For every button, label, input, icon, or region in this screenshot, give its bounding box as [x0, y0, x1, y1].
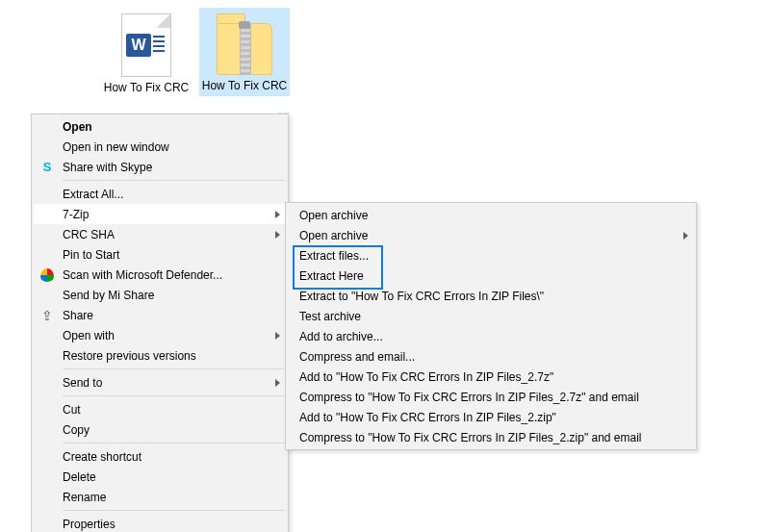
sub-add-7z[interactable]: Add to "How To Fix CRC Errors In ZIP Fil…	[288, 367, 694, 387]
menu-delete[interactable]: Delete	[34, 467, 286, 487]
sub-extract-here[interactable]: Extract Here	[288, 266, 694, 286]
menu-cut[interactable]: Cut	[34, 399, 286, 419]
context-menu: Open Open in new window S Share with Sky…	[31, 114, 289, 532]
zip-folder-icon	[217, 13, 272, 75]
file-docx[interactable]: W How To Fix CRC	[101, 8, 192, 98]
sub-extract-to[interactable]: Extract to "How To Fix CRC Errors In ZIP…	[288, 286, 694, 306]
sub-compress-7z-email[interactable]: Compress to "How To Fix CRC Errors In ZI…	[288, 387, 694, 407]
sub-compress-zip-email[interactable]: Compress to "How To Fix CRC Errors In ZI…	[288, 427, 694, 447]
menu-properties[interactable]: Properties	[34, 514, 286, 532]
chevron-right-icon	[275, 332, 280, 340]
word-w-glyph: W	[126, 34, 151, 57]
menu-copy[interactable]: Copy	[34, 419, 286, 440]
sub-add-archive[interactable]: Add to archive...	[288, 326, 694, 346]
menu-open-with[interactable]: Open with	[34, 325, 286, 345]
menu-mi-share[interactable]: Send by Mi Share	[34, 285, 286, 305]
chevron-right-icon	[683, 232, 688, 240]
file-zip[interactable]: How To Fix CRC	[199, 8, 290, 96]
menu-pin-start[interactable]: Pin to Start	[34, 244, 286, 265]
separator	[63, 443, 285, 443]
file-zip-label: How To Fix CRC	[199, 79, 290, 96]
sub-test-archive[interactable]: Test archive	[288, 306, 694, 326]
defender-shield-icon	[39, 267, 55, 283]
file-docx-label: How To Fix CRC	[101, 81, 192, 98]
sub-extract-files[interactable]: Extract files...	[288, 245, 694, 266]
chevron-right-icon	[275, 379, 280, 387]
menu-open[interactable]: Open	[34, 116, 286, 137]
separator	[63, 180, 285, 181]
submenu-7zip: Open archive Open archive Extract files.…	[285, 202, 697, 450]
menu-defender[interactable]: Scan with Microsoft Defender...	[34, 265, 286, 285]
menu-create-shortcut[interactable]: Create shortcut	[34, 446, 286, 467]
menu-crc-sha[interactable]: CRC SHA	[34, 224, 286, 244]
sub-compress-email[interactable]: Compress and email...	[288, 346, 694, 367]
menu-share-skype[interactable]: S Share with Skype	[34, 157, 286, 177]
menu-share[interactable]: ⇪ Share	[34, 305, 286, 325]
menu-restore-previous[interactable]: Restore previous versions	[34, 345, 286, 366]
menu-7zip[interactable]: 7-Zip	[34, 204, 286, 224]
word-lines-decoration	[153, 36, 165, 55]
menu-rename[interactable]: Rename	[34, 487, 286, 507]
menu-open-new-window[interactable]: Open in new window	[34, 137, 286, 157]
separator	[63, 510, 285, 511]
chevron-right-icon	[275, 211, 280, 218]
sub-add-zip[interactable]: Add to "How To Fix CRC Errors In ZIP Fil…	[288, 407, 694, 427]
separator	[63, 368, 285, 369]
menu-extract-all[interactable]: Extract All...	[34, 184, 286, 204]
share-icon: ⇪	[39, 308, 55, 323]
menu-send-to[interactable]: Send to	[34, 372, 286, 393]
sub-open-archive-1[interactable]: Open archive	[288, 205, 694, 225]
separator	[63, 395, 285, 396]
skype-icon: S	[39, 160, 55, 175]
sub-open-archive-2[interactable]: Open archive	[288, 225, 694, 245]
chevron-right-icon	[275, 231, 280, 239]
word-document-icon: W	[121, 13, 171, 77]
